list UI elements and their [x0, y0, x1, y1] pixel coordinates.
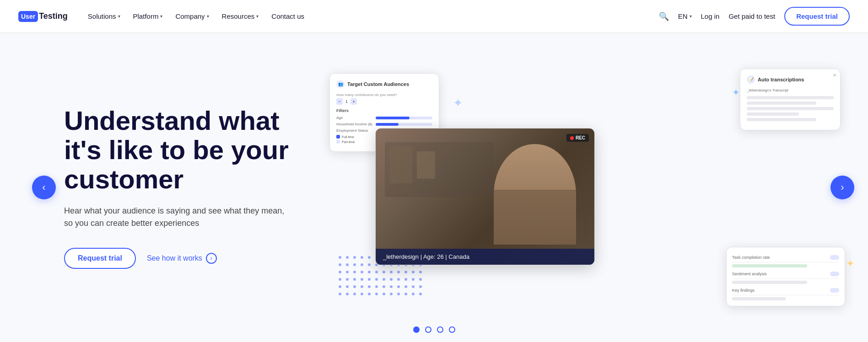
- chevron-right-icon: ›: [841, 182, 844, 193]
- nav-request-trial-button[interactable]: Request trial: [784, 7, 850, 26]
- video-info-bar: _letherdesign | Age: 26 | Canada: [376, 249, 594, 265]
- prev-arrow-button[interactable]: ‹: [32, 176, 56, 199]
- carousel-dot-3[interactable]: [437, 326, 443, 333]
- see-how-it-works-link[interactable]: See how it works ›: [147, 253, 217, 264]
- card-transcriptions-header: 📝 Auto transcriptions: [747, 75, 834, 84]
- sparkle-bottom-decoration: ✦: [846, 258, 854, 270]
- toggle-3[interactable]: [830, 288, 839, 293]
- nav-links: Solutions ▾ Platform ▾ Company ▾ Resourc…: [82, 9, 659, 24]
- filters-title: Filters: [336, 108, 432, 113]
- hero-ui-cards: 👥 Target Custom Audiences How many contr…: [320, 59, 868, 325]
- stepper-minus[interactable]: −: [336, 98, 343, 105]
- hero-subtitle: Hear what your audience is saying and se…: [64, 205, 293, 230]
- filter-income: Household Income ($): [336, 122, 432, 126]
- stepper-plus[interactable]: +: [350, 98, 357, 105]
- toggle-1[interactable]: [830, 255, 839, 260]
- toggle-2[interactable]: [830, 272, 839, 276]
- sparkle-decoration: ✦: [453, 96, 463, 110]
- logo-testing: Testing: [39, 11, 68, 21]
- chevron-down-icon: ▾: [690, 14, 692, 19]
- transcriptions-icon: 📝: [747, 75, 755, 84]
- carousel-dot-2[interactable]: [425, 326, 431, 333]
- card-transcriptions: ✕ 📝 Auto transcriptions _letherdesign's …: [740, 69, 841, 130]
- card-settings: Task completion rate Sentiment analysis …: [726, 247, 845, 306]
- rec-dot: [570, 136, 574, 140]
- close-icon[interactable]: ✕: [833, 73, 836, 78]
- chevron-down-icon: ▾: [256, 14, 259, 19]
- hero-section: ‹ Understand what it's like to be your c…: [0, 33, 868, 342]
- nav-item-resources[interactable]: Resources ▾: [216, 9, 264, 24]
- search-icon[interactable]: 🔍: [659, 11, 669, 21]
- chevron-left-icon: ‹: [42, 182, 45, 193]
- circle-arrow-icon: ›: [206, 253, 217, 264]
- hero-request-trial-button[interactable]: Request trial: [64, 248, 136, 269]
- carousel-dot-4[interactable]: [449, 326, 455, 333]
- logo-user: User: [18, 11, 38, 22]
- audiences-icon: 👥: [336, 80, 345, 88]
- language-selector[interactable]: EN ▾: [678, 12, 692, 20]
- nav-item-solutions[interactable]: Solutions ▾: [82, 9, 126, 24]
- video-user-info: _letherdesign | Age: 26 | Canada: [383, 253, 469, 260]
- settings-row-3: Key findings: [732, 286, 839, 295]
- logo[interactable]: User Testing: [18, 11, 68, 22]
- get-paid-link[interactable]: Get paid to test: [728, 12, 775, 20]
- card-video: REC _letherdesign | Age: 26 | Canada: [375, 128, 595, 265]
- filter-age: Age: [336, 116, 432, 120]
- nav-item-platform[interactable]: Platform ▾: [128, 9, 168, 24]
- next-arrow-button[interactable]: ›: [830, 176, 854, 199]
- video-body: [494, 190, 576, 245]
- hero-actions: Request trial See how it works ›: [64, 248, 293, 269]
- carousel-dots: [413, 326, 455, 333]
- field-label: How many contributors do you need?: [336, 93, 432, 97]
- settings-row-1: Task completion rate: [732, 253, 839, 262]
- carousel-dot-1[interactable]: [413, 326, 420, 333]
- video-background: REC _letherdesign | Age: 26 | Canada: [376, 128, 594, 265]
- nav-right: 🔍 EN ▾ Log in Get paid to test Request t…: [659, 7, 850, 26]
- navbar: User Testing Solutions ▾ Platform ▾ Comp…: [0, 0, 868, 33]
- sparkle-right-decoration: ✦: [732, 87, 740, 98]
- card-audiences-header: 👥 Target Custom Audiences: [336, 80, 432, 88]
- transcript-subtitle: _letherdesign's Transcript: [747, 88, 834, 92]
- nav-item-contact[interactable]: Contact us: [266, 9, 310, 24]
- chevron-down-icon: ▾: [160, 14, 162, 19]
- settings-row-2: Sentiment analysis: [732, 269, 839, 279]
- rec-badge: REC: [566, 134, 589, 142]
- chevron-down-icon: ▾: [207, 14, 209, 19]
- login-link[interactable]: Log in: [701, 12, 720, 20]
- chevron-down-icon: ▾: [118, 14, 120, 19]
- hero-title: Understand what it's like to be your cus…: [64, 106, 293, 193]
- nav-item-company[interactable]: Company ▾: [170, 9, 214, 24]
